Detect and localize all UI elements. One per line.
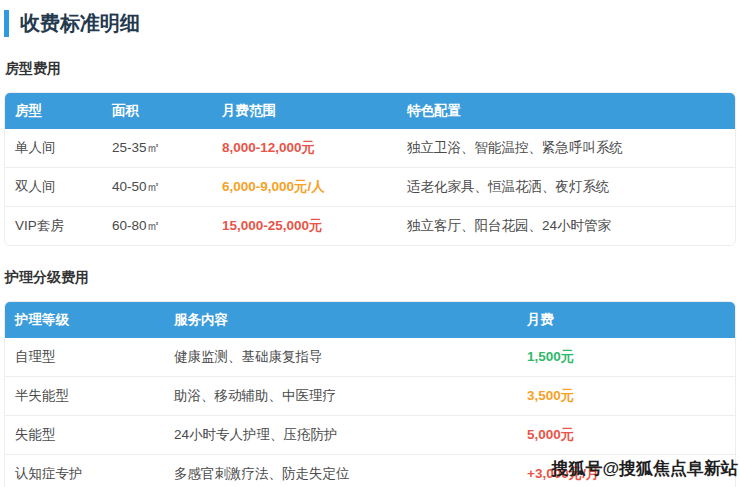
page-content: 收费标准明细 房型费用 房型 面积 月费范围 特色配置 单人间 25-35㎡ 8…	[0, 0, 740, 487]
room-header-fee: 月费范围	[212, 93, 397, 129]
room-area-cell: 40-50㎡	[102, 168, 212, 207]
room-features-cell: 适老化家具、恒温花洒、夜灯系统	[397, 168, 735, 207]
care-service-cell: 助浴、移动辅助、中医理疗	[164, 377, 517, 416]
room-features-cell: 独立卫浴、智能温控、紧急呼叫系统	[397, 129, 735, 168]
care-fee-cell: 1,500元	[517, 338, 735, 377]
care-header-fee: 月费	[517, 302, 735, 338]
room-area-cell: 25-35㎡	[102, 129, 212, 168]
room-type-cell: 双人间	[5, 168, 102, 207]
care-service-cell: 多感官刺激疗法、防走失定位	[164, 455, 517, 487]
care-level-cell: 失能型	[5, 416, 164, 455]
room-header-area: 面积	[102, 93, 212, 129]
care-level-cell: 认知症专护	[5, 455, 164, 487]
care-service-cell: 24小时专人护理、压疮防护	[164, 416, 517, 455]
table-row: 半失能型 助浴、移动辅助、中医理疗 3,500元	[5, 377, 735, 416]
care-header-level: 护理等级	[5, 302, 164, 338]
room-header-type: 房型	[5, 93, 102, 129]
room-fee-table: 房型 面积 月费范围 特色配置 单人间 25-35㎡ 8,000-12,000元…	[4, 92, 736, 246]
page-title: 收费标准明细	[20, 10, 140, 37]
room-header-features: 特色配置	[397, 93, 735, 129]
title-accent-bar	[4, 10, 9, 37]
section-title-care-fees: 护理分级费用	[5, 269, 736, 285]
care-fee-cell: 3,500元	[517, 377, 735, 416]
room-features-cell: 独立客厅、阳台花园、24小时管家	[397, 207, 735, 246]
care-level-cell: 自理型	[5, 338, 164, 377]
care-service-cell: 健康监测、基础康复指导	[164, 338, 517, 377]
care-fee-cell: 5,000元	[517, 416, 735, 455]
table-row: 双人间 40-50㎡ 6,000-9,000元/人 适老化家具、恒温花洒、夜灯系…	[5, 168, 735, 207]
sohu-watermark: 搜狐号@搜狐焦点阜新站	[551, 457, 738, 480]
room-table-header-row: 房型 面积 月费范围 特色配置	[5, 93, 735, 129]
care-level-cell: 半失能型	[5, 377, 164, 416]
page-title-row: 收费标准明细	[4, 10, 736, 37]
room-type-cell: VIP套房	[5, 207, 102, 246]
section-title-room-fees: 房型费用	[5, 60, 736, 76]
room-fee-cell: 8,000-12,000元	[212, 129, 397, 168]
care-table-header-row: 护理等级 服务内容 月费	[5, 302, 735, 338]
room-area-cell: 60-80㎡	[102, 207, 212, 246]
room-type-cell: 单人间	[5, 129, 102, 168]
room-fee-cell: 15,000-25,000元	[212, 207, 397, 246]
care-header-service: 服务内容	[164, 302, 517, 338]
table-row: 单人间 25-35㎡ 8,000-12,000元 独立卫浴、智能温控、紧急呼叫系…	[5, 129, 735, 168]
table-row: VIP套房 60-80㎡ 15,000-25,000元 独立客厅、阳台花园、24…	[5, 207, 735, 246]
table-row: 自理型 健康监测、基础康复指导 1,500元	[5, 338, 735, 377]
room-fee-cell: 6,000-9,000元/人	[212, 168, 397, 207]
table-row: 失能型 24小时专人护理、压疮防护 5,000元	[5, 416, 735, 455]
